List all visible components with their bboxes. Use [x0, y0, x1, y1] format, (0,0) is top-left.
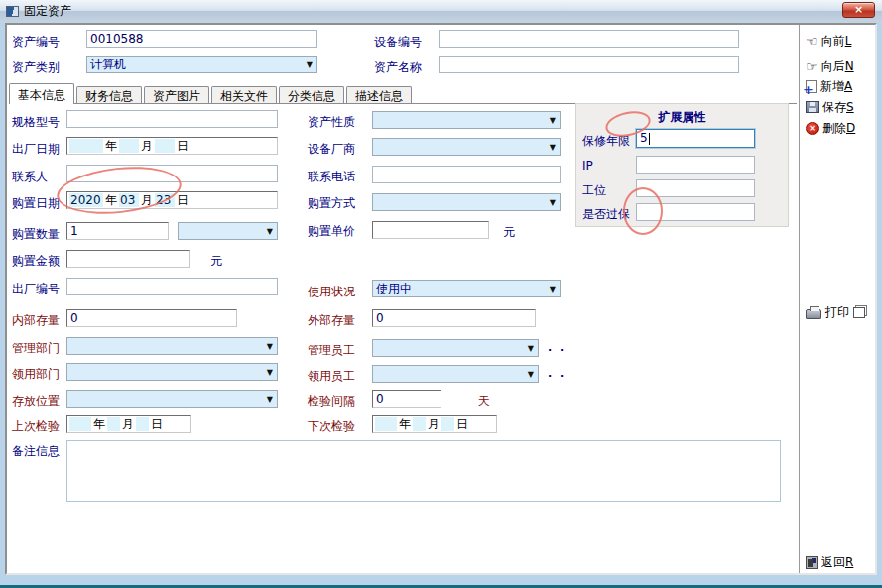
tab-asset-pictures[interactable]: 资产图片 — [144, 86, 209, 103]
factory-no-label: 出厂编号 — [12, 281, 60, 297]
mfg-date-label: 出厂日期 — [12, 141, 60, 158]
chevron-down-icon: ▼ — [267, 227, 273, 236]
delete-cross-icon: × — [806, 122, 819, 135]
mfg-date-field[interactable]: 年 月 日 — [66, 137, 278, 155]
pages-icon — [853, 307, 865, 318]
text-cursor — [649, 133, 650, 145]
unit-price-input[interactable] — [372, 221, 489, 239]
tab-classification-info[interactable]: 分类信息 — [279, 86, 344, 103]
chevron-down-icon: ▼ — [528, 344, 534, 353]
use-staff-combo[interactable]: ▼ — [372, 365, 539, 383]
mfg-month-segment — [119, 139, 139, 153]
last-check-label: 上次检验 — [12, 418, 60, 435]
usage-status-combo[interactable]: 使用中 ▼ — [372, 280, 561, 297]
prev-button[interactable]: ☜ 向前L — [806, 33, 879, 49]
asset-category-combo[interactable]: 计算机 ▼ — [86, 56, 317, 73]
check-interval-input[interactable] — [372, 390, 441, 408]
asset-no-input[interactable] — [86, 30, 317, 48]
hand-left-icon: ☜ — [806, 35, 818, 48]
asset-category-label: 资产类别 — [12, 59, 60, 76]
delete-button-label: 删除 — [822, 121, 846, 135]
hand-right-icon: ☞ — [806, 60, 818, 73]
external-stock-input[interactable] — [372, 309, 536, 327]
purchase-qty-input[interactable] — [66, 222, 169, 240]
ip-label: IP — [582, 159, 593, 173]
factory-no-input[interactable] — [66, 278, 278, 295]
phone-input[interactable] — [372, 166, 561, 183]
new-document-icon — [806, 80, 817, 93]
chevron-down-icon: ▼ — [528, 370, 534, 379]
check-interval-label: 检验间隔 — [308, 393, 355, 410]
mgmt-staff-combo[interactable]: ▼ — [372, 339, 539, 357]
month-unit: 月 — [428, 416, 440, 433]
year-unit: 年 — [399, 416, 411, 433]
add-button-label: 新增 — [820, 79, 844, 93]
save-button[interactable]: 保存S — [806, 99, 879, 115]
month-unit: 月 — [141, 138, 153, 155]
tab-description-info[interactable]: 描述信息 — [346, 86, 412, 103]
chevron-down-icon: ▼ — [550, 285, 556, 294]
next-check-month-segment — [413, 417, 426, 431]
next-button[interactable]: ☞ 向后N — [806, 59, 879, 74]
asset-nature-label: 资产性质 — [308, 114, 355, 131]
mfg-day-segment — [155, 139, 175, 153]
use-staff-browse-button[interactable]: . . — [548, 367, 566, 380]
ip-input[interactable] — [636, 156, 755, 174]
chevron-down-icon: ▼ — [267, 368, 273, 377]
tab-financial-info[interactable]: 财务信息 — [76, 86, 142, 103]
manufacturer-label: 设备厂商 — [308, 141, 355, 158]
next-button-label: 向后 — [821, 59, 845, 73]
purchase-amount-input[interactable] — [66, 250, 190, 268]
mgmt-dept-combo[interactable]: ▼ — [66, 337, 278, 355]
last-check-month-segment — [107, 417, 120, 431]
add-access-key: A — [844, 79, 852, 93]
warranty-input[interactable]: 5 — [636, 129, 755, 148]
floppy-disk-icon — [806, 101, 819, 113]
chevron-down-icon: ▼ — [307, 60, 313, 69]
next-access-key: N — [845, 59, 854, 73]
spec-label: 规格型号 — [12, 114, 60, 131]
manufacturer-combo[interactable]: ▼ — [372, 138, 561, 156]
asset-nature-combo[interactable]: ▼ — [372, 111, 561, 129]
year-unit: 年 — [105, 138, 117, 155]
prev-button-label: 向前 — [821, 34, 845, 48]
use-staff-label: 领用员工 — [308, 368, 355, 385]
chevron-down-icon: ▼ — [267, 395, 273, 404]
back-button-label: 返回 — [821, 555, 845, 569]
location-label: 存放位置 — [12, 393, 60, 410]
use-dept-combo[interactable]: ▼ — [66, 363, 278, 381]
add-button[interactable]: 新增A — [806, 78, 879, 94]
back-button[interactable]: 返回R — [806, 554, 879, 570]
next-check-day-segment — [441, 417, 454, 431]
usage-status-value: 使用中 — [376, 281, 412, 297]
spec-input[interactable] — [66, 110, 278, 128]
printer-icon — [806, 309, 821, 319]
location-combo[interactable]: ▼ — [66, 390, 278, 408]
remarks-textarea[interactable] — [66, 440, 781, 502]
prev-access-key: L — [845, 34, 852, 48]
titlebar: 固定资产 × — [0, 0, 882, 23]
chevron-down-icon: ▼ — [550, 198, 556, 207]
tab-basic-info[interactable]: 基本信息 — [9, 83, 74, 104]
unit-price-unit: 元 — [503, 224, 515, 241]
next-check-field[interactable]: 年 月 日 — [372, 415, 497, 433]
mgmt-staff-browse-button[interactable]: . . — [548, 341, 566, 354]
internal-stock-input[interactable] — [66, 309, 237, 327]
delete-button[interactable]: × 删除D — [806, 120, 879, 136]
purchase-date-label: 购置日期 — [12, 195, 60, 212]
use-dept-label: 领用部门 — [12, 366, 60, 383]
tab-related-files[interactable]: 相关文件 — [211, 86, 277, 103]
exit-door-icon — [806, 556, 818, 569]
device-no-input[interactable] — [439, 30, 739, 48]
asset-name-input[interactable] — [439, 56, 739, 73]
next-check-year-segment — [375, 417, 397, 431]
purchase-qty-unit-combo[interactable]: ▼ — [178, 222, 278, 240]
warranty-value: 5 — [640, 131, 648, 145]
last-check-field[interactable]: 年 月 日 — [66, 415, 191, 433]
day-unit: 日 — [151, 416, 163, 433]
close-button[interactable]: × — [842, 2, 875, 18]
last-check-year-segment — [69, 417, 91, 431]
purchase-method-combo[interactable]: ▼ — [372, 193, 561, 211]
asset-category-value: 计算机 — [90, 57, 126, 73]
print-button[interactable]: 打印 — [806, 304, 879, 320]
